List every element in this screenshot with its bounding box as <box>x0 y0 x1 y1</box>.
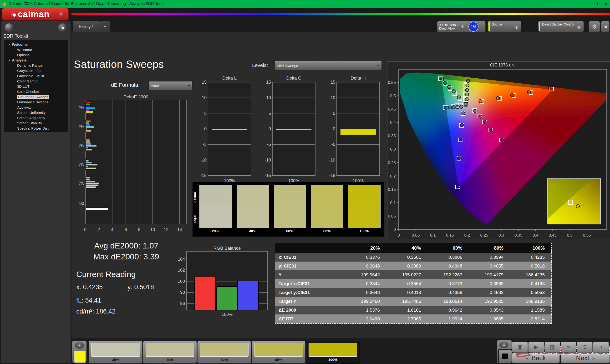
svg-text:0.45: 0.45 <box>549 233 557 237</box>
sidebar-item-luminance-sweeps[interactable]: Luminance Sweeps <box>4 99 68 104</box>
cell-value: 2.7365 <box>387 314 428 324</box>
sidebar-collapse-button[interactable]: ◀ <box>58 23 67 32</box>
cie-measured-marker <box>456 105 459 109</box>
svg-text:102: 102 <box>178 268 185 273</box>
max-de2000: Max dE2000: 3.39 <box>79 252 174 261</box>
settings-button[interactable]: ⚙ <box>589 21 600 32</box>
cell-value: 0.9642 <box>428 306 469 314</box>
saturation-button-60%[interactable]: 60% <box>197 341 251 364</box>
sidebar-item-grayscale-2pt[interactable]: Grayscale - 2pt <box>4 68 68 73</box>
toolbar-icon-button-5[interactable]: ◑ <box>593 342 609 352</box>
svg-text:CIE 1976 u'v': CIE 1976 u'v' <box>490 63 515 67</box>
tab-history-1[interactable]: History 1 <box>73 21 100 32</box>
table-row: Target Y199.2460195.7486193.0614190.9525… <box>275 297 552 306</box>
add-tab-button[interactable]: + <box>100 21 110 32</box>
next-button[interactable]: Next » <box>561 353 610 363</box>
cell-value: 199.9642 <box>345 270 387 279</box>
meter-dropdown[interactable]: X-Rite i1Pro 2 Direct View ▼ 235 <box>437 21 486 32</box>
svg-text:80%: 80% <box>79 124 84 129</box>
display-control-label: Direct Display Control <box>542 22 574 26</box>
panel-collapse-button[interactable]: ◀ <box>601 21 610 32</box>
cie-measured-marker <box>452 105 455 109</box>
sidebar-item-screen-uniformity[interactable]: Screen Uniformity <box>4 110 68 115</box>
color-patch <box>200 343 248 357</box>
svg-text:-10: -10 <box>265 158 271 162</box>
sidebar-item-spectral-power-dist-[interactable]: Spectral Power Dist. <box>4 126 68 131</box>
chevrons-right-icon: » <box>592 355 595 361</box>
stop-button[interactable] <box>498 349 513 364</box>
calman-window: Calman 2025 Calman Ultimate for Business… <box>0 0 610 364</box>
svg-text:0.5: 0.5 <box>567 233 572 237</box>
svg-text:96: 96 <box>180 301 185 306</box>
svg-text:5: 5 <box>269 111 271 116</box>
cie-measured-marker <box>467 79 470 82</box>
expander-icon[interactable]: ◢ <box>8 43 12 46</box>
calman-diamond-icon <box>2 1 7 6</box>
svg-text:100: 100 <box>79 201 84 206</box>
table-row: x: CIE310.33760.36010.38060.39940.4235 <box>275 253 552 261</box>
svg-text:15: 15 <box>202 80 207 85</box>
toolbar-icon-button-0[interactable]: ▣ <box>512 342 528 352</box>
svg-text:0.3: 0.3 <box>498 233 504 237</box>
levels-value: 20% Sweeps <box>277 64 298 68</box>
toolbar-icon-button-3[interactable]: ∞ <box>561 342 576 352</box>
chevron-down-icon[interactable]: ▼ <box>57 11 65 17</box>
source-dropdown[interactable]: Source ▼ <box>488 21 521 32</box>
expander-icon[interactable]: ◢ <box>8 59 12 61</box>
expand-up-button[interactable]: ▲ <box>75 342 84 349</box>
svg-text:0.25: 0.25 <box>480 233 488 237</box>
sidebar-item-options[interactable]: Options <box>4 52 68 57</box>
sidebar-item-dynamic-range[interactable]: Dynamic Range <box>4 63 68 68</box>
maximize-button[interactable]: ❐ <box>595 1 598 6</box>
sidebar-item-3d-lut[interactable]: 3D LUT <box>4 84 68 89</box>
svg-text:100%: 100% <box>221 312 233 317</box>
meter-count-badge[interactable]: 235 <box>468 22 479 32</box>
toolbar-icon-button-2[interactable]: ▥ <box>545 342 560 352</box>
cell-value: 188.9136 <box>510 297 552 306</box>
sidebar-item-additivity[interactable]: Additivity <box>4 104 68 110</box>
sidebar-item-screen-stability[interactable]: Screen Stability <box>4 120 68 126</box>
chevron-left-icon: ◀ <box>61 26 64 30</box>
display-control-dropdown[interactable]: Direct Display Control ▼ <box>538 21 584 32</box>
toolbar-icon-button-1[interactable]: ▶ <box>528 342 544 352</box>
sidebar-item-saturation-sweeps[interactable]: Saturation Sweeps <box>4 94 68 99</box>
svg-text:DeltaE 2000: DeltaE 2000 <box>123 94 148 99</box>
yellow-stripe <box>489 22 490 31</box>
saturation-button-20%[interactable]: 20% <box>89 341 143 364</box>
sidebar-item-colorchecker[interactable]: ColorChecker <box>4 89 68 94</box>
measure-control-panel: ▲ <box>497 340 512 364</box>
sidebar-item-color-gamut[interactable]: Color Gamut <box>4 78 68 84</box>
cell-value: 0.3601 <box>387 253 428 261</box>
sidebar-item-grayscale-multi[interactable]: Grayscale - Multi <box>4 73 68 78</box>
cie-measured-marker <box>479 115 482 118</box>
swatch-label: 40% <box>237 229 269 233</box>
row-label: Target Y <box>275 297 345 306</box>
current-color-chip[interactable] <box>74 351 86 363</box>
svg-text:0.1: 0.1 <box>390 201 396 205</box>
next-label: Next <box>576 354 589 362</box>
close-button[interactable]: ✕ <box>604 1 608 6</box>
expand-up-button[interactable]: ▲ <box>499 342 508 348</box>
sidebar-item-welcome[interactable]: ◢Welcome <box>4 42 68 47</box>
layout-tree: ◢WelcomeWelcomeOptions◢AnalysisDynamic R… <box>4 40 68 132</box>
sidebar-item-analysis[interactable]: ◢Analysis <box>4 57 68 63</box>
sidebar-orb-button[interactable] <box>5 23 13 32</box>
back-button[interactable]: « Back <box>512 353 560 363</box>
column-header: 20% <box>345 243 387 253</box>
sidebar-item-welcome[interactable]: Welcome <box>4 47 68 52</box>
calman-logo-button[interactable]: ◈ calman ▼ <box>2 8 69 21</box>
table-row: Target y:CIE310.36480.40130.43580.46820.… <box>275 288 552 297</box>
sidebar-item-screen-angularity[interactable]: Screen Angularity <box>4 115 68 120</box>
levels-dropdown[interactable]: 20% Sweeps ▼ <box>274 61 382 70</box>
toolbar-icon-button-4[interactable]: S <box>577 342 593 352</box>
svg-text:0: 0 <box>84 227 87 232</box>
saturation-button-80%[interactable]: 80% <box>252 341 305 364</box>
window-title: Calman 2025 Calman Ultimate for Business… <box>9 1 167 6</box>
column-header: 80% <box>469 243 510 253</box>
saturation-button-100%[interactable]: 100% <box>306 341 360 364</box>
cie1976-chart: CIE 1976 u'v'00.050.10.150.20.250.30.350… <box>388 62 610 239</box>
minimize-button[interactable]: — <box>584 1 588 6</box>
tool-icon: ▥ <box>550 344 555 350</box>
saturation-button-40%[interactable]: 40% <box>143 341 197 364</box>
de-formula-dropdown[interactable]: 2000 ▼ <box>148 81 193 90</box>
